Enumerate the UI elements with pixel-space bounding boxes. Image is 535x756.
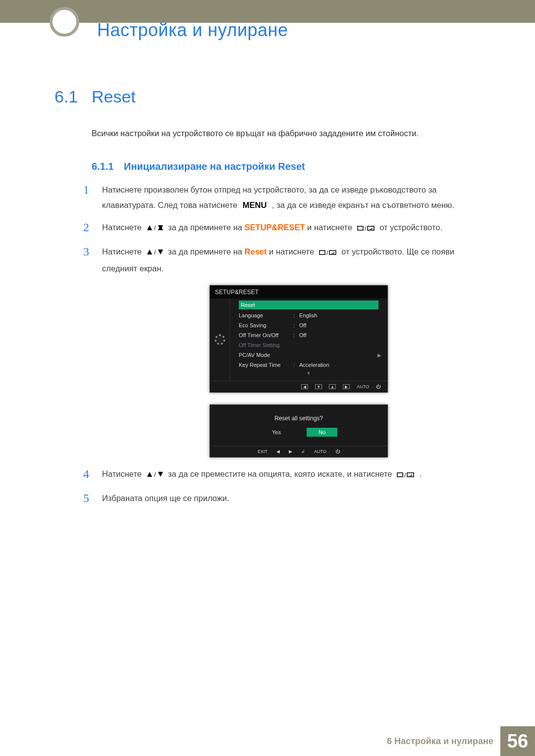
- colon: :: [293, 332, 299, 338]
- page: Настройка и нулиране 6.1 Reset Всички на…: [0, 0, 535, 756]
- svg-text:/: /: [154, 225, 156, 231]
- svg-rect-18: [407, 473, 414, 477]
- step-text: Избраната опция ще се приложи.: [102, 491, 485, 506]
- step-3: 3 Натиснете / за да преминете на Reset и…: [83, 244, 485, 277]
- step2-nav: за да преминете на: [168, 223, 244, 232]
- step-number: 5: [83, 491, 102, 506]
- step2-text-c: от устройството.: [379, 223, 442, 232]
- osd-item-offtimer[interactable]: Off Timer On/Off : Off: [230, 330, 387, 340]
- step4-nav: за да се преместите на опцията, която ис…: [168, 469, 394, 478]
- osd-item-language[interactable]: Language : English: [230, 310, 387, 320]
- subsection-number: 6.1.1: [92, 161, 124, 172]
- chapter-title: Настройка и нулиране: [97, 20, 288, 41]
- osd-item-keyrepeat[interactable]: Key Repeat Time : Acceleration: [230, 360, 387, 370]
- step3-text-a: Натиснете: [102, 247, 144, 256]
- up-down-icon: /: [146, 245, 164, 260]
- step4-text-a: Натиснете: [102, 469, 144, 478]
- nav-right-icon[interactable]: ▶: [343, 384, 350, 389]
- gear-icon: [214, 334, 225, 345]
- nav-up-icon[interactable]: ▲: [329, 384, 336, 389]
- step-number: 1: [83, 182, 102, 198]
- intro-paragraph: Всички настройки на устройството се връщ…: [92, 126, 485, 141]
- step-text: Натиснете / за да преминете на Reset и н…: [102, 244, 485, 277]
- osd-offtimer-setting-label: Off Timer Setting: [239, 342, 293, 348]
- svg-marker-9: [158, 250, 163, 254]
- nav-auto[interactable]: AUTO: [314, 449, 326, 454]
- subsection-title: Инициализиране на настройки Reset: [124, 161, 305, 172]
- section-number: 6.1: [54, 87, 92, 106]
- step-text: Натиснете произволен бутон отпред на уст…: [102, 182, 485, 213]
- osd-keyrepeat-value: Acceleration: [299, 362, 381, 368]
- osd-eco-label: Eco Saving: [239, 322, 293, 328]
- svg-text:/: /: [365, 225, 367, 232]
- osd-lang-value: English: [299, 312, 381, 318]
- content-area: 6.1 Reset Всички настройки на устройство…: [0, 87, 535, 506]
- steps-list: 1 Натиснете произволен бутон отпред на у…: [83, 182, 485, 506]
- step1-text-b: , за да се изведе екранът на съответното…: [272, 201, 454, 209]
- osd-keyrepeat-label: Key Repeat Time: [239, 362, 293, 368]
- nav-right-icon[interactable]: ▶: [289, 449, 292, 454]
- step-text: Натиснете / за да се преместите на опция…: [102, 466, 485, 483]
- colon: :: [293, 322, 299, 328]
- step3-nav: за да преминете на: [168, 247, 244, 256]
- osd-screens: SETUP&RESET Reset Language :: [210, 285, 485, 457]
- nav-left-icon[interactable]: ◀: [301, 384, 308, 389]
- reset-label: Reset: [245, 247, 267, 256]
- svg-marker-15: [158, 472, 163, 477]
- osd-reset-confirm: Reset all settings? Yes No EXIT ◀ ▶ ↲ AU…: [210, 404, 388, 457]
- chevron-right-icon: ▶: [377, 353, 381, 358]
- osd-pcav-label: PC/AV Mode: [239, 352, 293, 358]
- osd-eco-value: Off: [299, 322, 381, 328]
- step2-text-b: и натиснете: [307, 223, 355, 232]
- svg-marker-13: [147, 472, 152, 477]
- page-footer: 6 Настройка и нулиране 56: [387, 726, 535, 756]
- power-icon[interactable]: ⏻: [376, 384, 380, 389]
- step-text: Натиснете / за да преминете на SETUP&RES…: [102, 220, 485, 237]
- step-number: 2: [83, 220, 102, 235]
- svg-marker-0: [147, 225, 152, 230]
- colon: :: [293, 362, 299, 368]
- svg-text:/: /: [154, 249, 156, 255]
- up-down-icon: /: [146, 467, 164, 483]
- section-heading: 6.1 Reset: [54, 87, 485, 106]
- exit-label[interactable]: EXIT: [258, 449, 268, 454]
- osd-item-eco[interactable]: Eco Saving : Off: [230, 320, 387, 330]
- svg-rect-10: [320, 251, 325, 254]
- up-down-icon: /: [146, 221, 164, 236]
- section-title: Reset: [92, 87, 136, 106]
- osd-menu-list: Reset Language : English Eco Saving : Of…: [230, 299, 387, 381]
- osd-nav-bar: ◀ ▼ ▲ ▶ AUTO ⏻: [210, 381, 387, 392]
- nav-down-icon[interactable]: ▼: [315, 384, 322, 389]
- svg-text:/: /: [326, 250, 328, 256]
- nav-left-icon[interactable]: ◀: [276, 449, 280, 454]
- setup-reset-label: SETUP&RESET: [245, 223, 305, 232]
- osd-item-offtimer-setting: Off Timer Setting: [230, 340, 387, 350]
- osd-scroll-down-icon: ▼: [230, 370, 387, 379]
- osd-icon-column: [210, 299, 230, 381]
- step-1: 1 Натиснете произволен бутон отпред на у…: [83, 182, 485, 213]
- menu-label: MENU: [243, 201, 267, 209]
- confirm-buttons: Yes No: [210, 428, 387, 446]
- nav-auto[interactable]: AUTO: [357, 384, 369, 389]
- power-icon[interactable]: ⏻: [335, 449, 340, 454]
- svg-rect-12: [329, 251, 336, 254]
- step-5: 5 Избраната опция ще се приложи.: [83, 491, 485, 506]
- colon: :: [293, 312, 299, 318]
- step-2: 2 Натиснете / за да преминете на SETUP&R…: [83, 220, 485, 237]
- no-button[interactable]: No: [307, 428, 337, 437]
- osd-reset-label: Reset: [241, 302, 255, 308]
- osd-offtimer-value: Off: [299, 332, 381, 338]
- enter-icon: /: [357, 221, 375, 237]
- nav-enter-icon[interactable]: ↲: [301, 449, 305, 454]
- svg-text:/: /: [154, 471, 156, 478]
- osd-item-reset[interactable]: Reset: [239, 301, 378, 309]
- subsection-heading: 6.1.1 Инициализиране на настройки Reset: [92, 161, 485, 172]
- step3-text-b: и натиснете: [269, 247, 317, 256]
- svg-rect-6: [368, 226, 374, 230]
- svg-text:/: /: [404, 472, 406, 478]
- svg-marker-7: [147, 250, 152, 254]
- chapter-number-circle: [50, 7, 79, 37]
- osd-item-pcav[interactable]: PC/AV Mode ▶: [230, 350, 387, 360]
- yes-button[interactable]: Yes: [260, 428, 293, 437]
- footer-chapter-label: 6 Настройка и нулиране: [387, 736, 500, 747]
